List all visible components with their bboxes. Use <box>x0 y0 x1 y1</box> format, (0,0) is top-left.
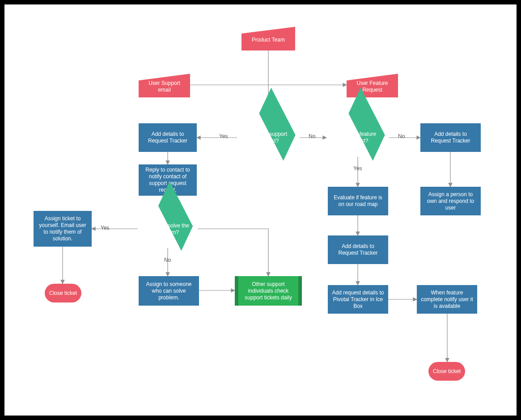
text-is-support-request: Is this a support request? <box>243 131 293 144</box>
node-is-feature-request: Is this a feature request? <box>326 118 389 157</box>
node-add-details-rt-mid: Add details to Request Tracker <box>328 235 388 264</box>
flowchart-canvas: Product Team User Support email User Fea… <box>4 4 517 416</box>
node-close-ticket-right: Close ticket <box>428 362 465 381</box>
diagram-frame: Product Team User Support email User Fea… <box>0 0 521 420</box>
text-user-feature-request: User Feature Request <box>350 80 394 93</box>
text-add-details-rt-right: Add details to Request Tracker <box>424 131 477 144</box>
edge-label-yes-3: Yes <box>101 225 110 231</box>
edge-label-yes: Yes <box>219 133 228 139</box>
text-is-feature-request: Is this a feature request? <box>333 131 383 144</box>
node-add-details-rt-right: Add details to Request Tracker <box>420 123 481 152</box>
edge-label-no-3: No <box>164 257 171 263</box>
text-add-details-rt-mid: Add details to Request Tracker <box>331 243 385 256</box>
text-notify-available: When feature complete notify user it is … <box>420 290 474 310</box>
node-assign-owner: Assign a person to own and respond to us… <box>420 187 481 215</box>
text-can-solve: Can you solve the problem? <box>144 223 191 236</box>
node-is-support-request: Is this a support request? <box>237 118 300 157</box>
text-close-ticket-right: Close ticket <box>433 368 461 375</box>
node-can-solve: Can you solve the problem? <box>138 210 198 248</box>
node-other-support: Other support individuals check support … <box>235 276 302 306</box>
edge-label-no-2: No <box>398 133 405 139</box>
text-user-support-email: User Support email <box>142 80 186 93</box>
node-assign-self: Assign ticket to yourself. Email user to… <box>34 211 92 247</box>
text-close-ticket-left: Close ticket <box>49 290 77 297</box>
node-close-ticket-left: Close ticket <box>45 284 81 302</box>
node-evaluate-roadmap: Evaluate if feature is on our road map <box>328 187 388 215</box>
text-add-details-rt-left: Add details to Request Tracker <box>142 131 193 144</box>
label-user-feature-request: User Feature Request <box>347 76 398 97</box>
label-user-support-email: User Support email <box>139 76 190 97</box>
text-product-team: Product Team <box>252 37 285 43</box>
text-assign-someone: Assign to someone who can solve problem. <box>142 281 195 301</box>
text-evaluate-roadmap: Evaluate if feature is on our road map <box>331 194 385 208</box>
edge-label-yes-2: Yes <box>353 165 362 172</box>
text-other-support: Other support individuals check support … <box>242 281 295 301</box>
edge-label-no: No <box>309 133 315 139</box>
text-add-pivotal: Add request details to Pivotal Tracker i… <box>331 290 385 310</box>
label-product-team: Product Team <box>241 29 295 50</box>
node-add-pivotal: Add request details to Pivotal Tracker i… <box>328 285 388 314</box>
text-assign-self: Assign ticket to yourself. Email user to… <box>37 215 88 242</box>
node-add-details-rt-left: Add details to Request Tracker <box>139 123 197 152</box>
node-assign-someone: Assign to someone who can solve problem. <box>139 276 199 306</box>
text-assign-owner: Assign a person to own and respond to us… <box>424 191 477 211</box>
node-notify-available: When feature complete notify user it is … <box>417 285 477 314</box>
